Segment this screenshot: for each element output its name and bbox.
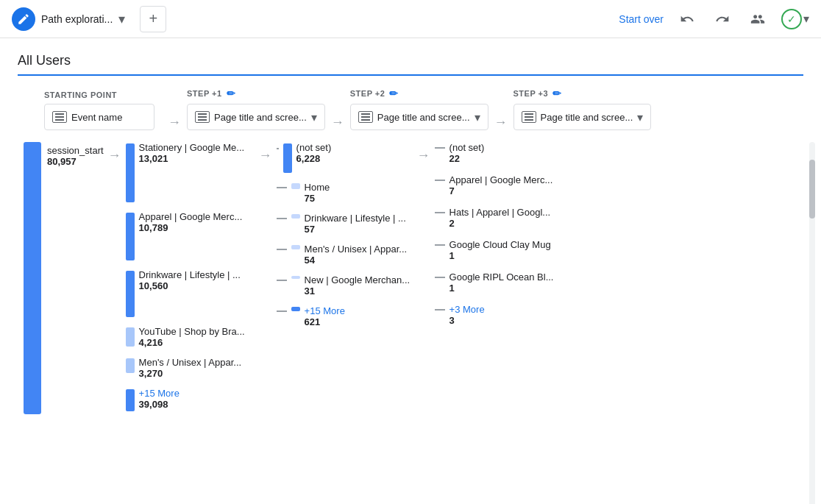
step2-selector-text: Page title and scree... xyxy=(377,112,470,123)
step1-info-3: YouTube | Shop by Bra... 4,216 xyxy=(139,326,245,348)
scrollbar-thumb[interactable] xyxy=(809,160,815,219)
step1-name-1[interactable]: Apparel | Google Merc... xyxy=(139,211,243,222)
scrollbar-track[interactable] xyxy=(809,142,815,504)
step-1-selector[interactable]: Page title and scree... ▾ xyxy=(187,104,325,130)
step1-node-1: Apparel | Google Merc... 10,789 xyxy=(126,211,255,260)
step2-count-3: 54 xyxy=(305,255,408,266)
step3-info-1: Apparel | Google Merc... 7 xyxy=(449,174,553,196)
step3-more: +3 More 3 xyxy=(435,304,582,326)
undo-button[interactable] xyxy=(675,7,699,31)
step1-count-2: 10,560 xyxy=(139,280,241,291)
step2-info-2: Drinkware | Lifestyle | ... 57 xyxy=(305,213,406,235)
step3-more-conn xyxy=(435,309,445,310)
svg-rect-9 xyxy=(525,113,533,115)
step3-more-link[interactable]: +3 More xyxy=(449,304,485,315)
step3-more-info: +3 More 3 xyxy=(449,304,485,326)
step2-more: +15 More 621 xyxy=(277,305,413,327)
step1-name-4[interactable]: Men's / Unisex | Appar... xyxy=(139,357,242,368)
step-2: STEP +2 ✏ Page title and scree... ▾ xyxy=(350,88,488,130)
step1-more: +15 More 39,098 xyxy=(126,388,255,411)
step2-name-4[interactable]: New | Google Merchan... xyxy=(305,274,410,285)
step1-bar-3 xyxy=(126,327,135,347)
step2-name-1[interactable]: Home xyxy=(305,182,330,193)
exploration-title: Path explorati... xyxy=(41,13,113,25)
step3-node-0: (not set) 22 xyxy=(435,142,582,164)
svg-rect-2 xyxy=(55,119,64,121)
steps-header: STARTING POINT Event name → STEP +1 ✏ Pa… xyxy=(18,88,803,130)
step3-name-2[interactable]: Hats | Apparel | Googl... xyxy=(449,207,551,218)
starting-point-selector[interactable]: Event name xyxy=(44,104,154,130)
step2-name-3[interactable]: Men's / Unisex | Appar... xyxy=(305,244,408,255)
step2-info-4: New | Google Merchan... 31 xyxy=(305,274,410,297)
step3-name-1[interactable]: Apparel | Google Merc... xyxy=(449,174,553,185)
step-starting-label: STARTING POINT xyxy=(44,90,117,99)
step3-count-4: 1 xyxy=(449,283,554,294)
step-3-selector[interactable]: Page title and scree... ▾ xyxy=(513,104,652,130)
step1-bar-2 xyxy=(126,271,135,317)
step3-name-4[interactable]: Google RIPL Ocean Bl... xyxy=(449,271,554,283)
step-2-selector[interactable]: Page title and scree... ▾ xyxy=(350,104,488,130)
step2-bar-2 xyxy=(291,214,300,219)
step2-count-4: 31 xyxy=(305,285,410,297)
save-dropdown-arrow[interactable]: ▾ xyxy=(803,12,809,26)
step2-name-2[interactable]: Drinkware | Lifestyle | ... xyxy=(305,213,406,224)
step1-name-2[interactable]: Drinkware | Lifestyle | ... xyxy=(139,269,241,280)
share-button[interactable] xyxy=(746,7,770,31)
step2-name-0[interactable]: (not set) xyxy=(296,142,332,153)
app-logo xyxy=(12,7,35,31)
start-over-button[interactable]: Start over xyxy=(619,13,664,25)
step2-conn-3 xyxy=(277,249,287,250)
arrow-1-2: → xyxy=(325,115,350,130)
save-button[interactable]: ✓ xyxy=(781,9,802,29)
step2-more-link[interactable]: +15 More xyxy=(305,305,345,316)
step1-more-count: 39,098 xyxy=(139,399,180,410)
step2-icon xyxy=(358,111,373,123)
step3-dropdown-arrow[interactable]: ▾ xyxy=(637,110,643,124)
step1-count-3: 4,216 xyxy=(139,337,245,348)
step3-node-4: Google RIPL Ocean Bl... 1 xyxy=(435,271,582,294)
step2-more-count: 621 xyxy=(305,316,345,327)
step1-icon xyxy=(195,111,210,123)
step-1-label: STEP +1 ✏ xyxy=(187,88,235,99)
svg-rect-3 xyxy=(198,113,207,115)
starting-node-bar xyxy=(24,142,41,414)
save-dropdown[interactable]: ✓ ▾ xyxy=(781,9,809,29)
starting-node-content: session_start 80,957 xyxy=(24,142,104,414)
step3-info-4: Google RIPL Ocean Bl... 1 xyxy=(449,271,554,294)
svg-rect-7 xyxy=(361,116,370,118)
arrow-0-1: → xyxy=(162,115,187,130)
step1-dropdown-arrow[interactable]: ▾ xyxy=(311,110,317,124)
step-3-edit-icon[interactable]: ✏ xyxy=(552,88,562,99)
topbar-right: Start over ✓ ▾ xyxy=(619,7,809,31)
title-dropdown-icon[interactable]: ▾ xyxy=(118,11,125,27)
starting-selector-text: Event name xyxy=(71,112,146,123)
step3-name-0[interactable]: (not set) xyxy=(449,142,485,153)
step3-count-2: 2 xyxy=(449,218,551,229)
step3-node-3: Google Cloud Clay Mug 1 xyxy=(435,239,582,261)
step2-count-1: 75 xyxy=(305,193,330,204)
step1-bar-1 xyxy=(126,213,135,260)
step3-nodes: (not set) 22 Apparel | Google Merc... 7 … xyxy=(435,142,582,329)
step-1: STEP +1 ✏ Page title and scree... ▾ xyxy=(187,88,325,130)
step-2-edit-icon[interactable]: ✏ xyxy=(389,88,399,99)
step3-count-0: 22 xyxy=(449,153,485,164)
step3-conn-1 xyxy=(435,180,445,181)
step2-dropdown-arrow[interactable]: ▾ xyxy=(475,110,480,124)
step3-name-3[interactable]: Google Cloud Clay Mug xyxy=(449,239,551,250)
step3-conn-0 xyxy=(435,147,445,149)
add-exploration-button[interactable]: + xyxy=(140,6,166,32)
step1-node-4: Men's / Unisex | Appar... 3,270 xyxy=(126,357,255,379)
svg-rect-1 xyxy=(55,116,64,118)
svg-rect-10 xyxy=(525,116,533,118)
step-1-edit-icon[interactable]: ✏ xyxy=(227,88,236,99)
starting-node: session_start 80,957 xyxy=(24,142,104,414)
svg-rect-0 xyxy=(55,113,64,115)
step1-name-0[interactable]: Stationery | Google Me... xyxy=(139,142,245,153)
step3-count-1: 7 xyxy=(449,185,553,196)
step1-name-3[interactable]: YouTube | Shop by Bra... xyxy=(139,326,245,337)
step2-conn-4 xyxy=(277,280,287,281)
step1-more-bar xyxy=(126,389,135,411)
step2-node-4: New | Google Merchan... 31 xyxy=(277,274,413,297)
redo-button[interactable] xyxy=(711,7,734,31)
step1-more-link[interactable]: +15 More xyxy=(139,388,180,399)
